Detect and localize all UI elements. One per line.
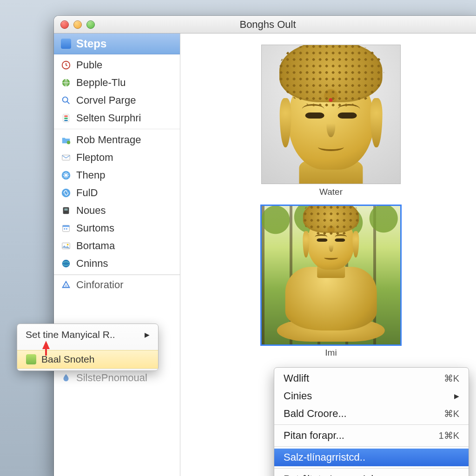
folder-icon xyxy=(60,134,72,145)
menu-wdlift[interactable]: Wdlift ⌘K xyxy=(274,370,469,387)
svg-rect-16 xyxy=(66,228,67,230)
sidebar-item-rob[interactable]: Rob Mentrage xyxy=(54,131,180,149)
sidebar-item-label: Rob Mentrage xyxy=(76,134,141,146)
asterisk-icon xyxy=(60,170,72,181)
chevron-right-icon: ▶ xyxy=(145,331,150,338)
sidebar-item-fleptom[interactable]: Fleptom xyxy=(54,149,180,166)
svg-point-19 xyxy=(62,260,70,268)
sidebar-item-label: Bortama xyxy=(76,240,115,252)
menu-item-label: Cinies xyxy=(284,390,312,402)
clock-icon xyxy=(60,60,72,71)
submenu-baal-snoteh[interactable]: Baal Snoteh xyxy=(17,350,158,369)
svg-rect-4 xyxy=(64,116,67,117)
badge-icon xyxy=(60,112,72,124)
globe-icon xyxy=(60,77,72,88)
svg-point-2 xyxy=(63,97,68,102)
sidebar-item-silste[interactable]: SilstePnomoual xyxy=(54,369,180,387)
sidebar-item-cinforatior[interactable]: A Cinforatior xyxy=(54,275,180,294)
sidebar-item-selten[interactable]: Selten Surphri xyxy=(54,109,180,127)
device-icon xyxy=(60,205,72,216)
menu-shortcut: ⌘K xyxy=(444,408,459,419)
menu-cinies[interactable]: Cinies ▶ xyxy=(274,387,469,405)
menu-item-label: Pitan forapr... xyxy=(284,430,344,442)
triangle-icon: A xyxy=(60,279,72,291)
sidebar-item-label: SilstePnomoual xyxy=(76,372,147,384)
sidebar-item-label: Puble xyxy=(76,59,102,71)
thumbnail-imi[interactable]: Imi xyxy=(261,205,401,358)
drop-icon xyxy=(60,372,72,383)
thumbnail-caption: Imi xyxy=(325,348,337,358)
mail-icon xyxy=(60,152,72,163)
menu-item-label: Bald Croore... xyxy=(284,408,347,420)
submenu-set-tine[interactable]: Set tine Manyical R.. ▶ xyxy=(17,326,158,344)
sidebar-item-bortama[interactable]: Bortama xyxy=(54,237,180,255)
svg-rect-15 xyxy=(64,228,65,230)
menu-bald-croore[interactable]: Bald Croore... ⌘K xyxy=(274,405,469,423)
sidebar-group-2: Rob Mentrage Fleptom Thenp xyxy=(54,129,180,275)
sidebar-group-1: Puble Bepple-Tlu Corvel Parge xyxy=(54,54,180,129)
sidebar-item-label: Bepple-Tlu xyxy=(76,77,126,89)
sidebar-item-noues[interactable]: Noues xyxy=(54,202,180,219)
menu-item-label: Pet ôltete Inarae Ad... xyxy=(284,473,382,476)
menu-salz[interactable]: Salz-tlínagrristcd.. xyxy=(274,449,469,466)
picture-icon xyxy=(60,240,72,251)
svg-rect-14 xyxy=(63,225,70,227)
menu-item-label: Baal Snoteh xyxy=(41,354,94,365)
thumbnail-caption: Water xyxy=(319,187,343,197)
minimize-button[interactable] xyxy=(73,20,82,29)
svg-rect-6 xyxy=(64,120,67,121)
titlebar[interactable]: Bonghs Oult xyxy=(54,16,476,33)
svg-rect-12 xyxy=(64,208,67,211)
sidebar-item-corvel[interactable]: Corvel Parge xyxy=(54,92,180,109)
menu-item-label: Wdlift xyxy=(284,372,309,384)
sidebar-item-label: Corvel Parge xyxy=(76,94,136,106)
steps-icon xyxy=(60,38,72,49)
zoom-button[interactable] xyxy=(86,20,95,29)
menu-pet[interactable]: Pet ôltete Inarae Ad... ▶ xyxy=(274,470,469,476)
svg-point-10 xyxy=(62,189,70,197)
note-icon xyxy=(26,354,37,365)
sidebar-item-cninns[interactable]: Cninns xyxy=(54,255,180,272)
sidebar-item-thenp[interactable]: Thenp xyxy=(54,166,180,184)
menu-separator xyxy=(274,468,469,469)
thumbnail-image xyxy=(261,45,401,184)
sidebar-item-label: Selten Surphri xyxy=(76,112,141,124)
sidebar-item-puble[interactable]: Puble xyxy=(54,56,180,74)
sidebar: Steps Puble Bepple-Tlu xyxy=(54,33,180,476)
context-menu: Wdlift ⌘K Cinies ▶ Bald Croore... ⌘K Pit… xyxy=(274,367,469,476)
sidebar-item-label: Cninns xyxy=(76,258,108,270)
menu-shortcut: ⌘K xyxy=(444,373,459,384)
sidebar-header[interactable]: Steps xyxy=(54,33,180,54)
sidebar-item-surtoms[interactable]: Surtoms xyxy=(54,219,180,237)
window-title: Bonghs Oult xyxy=(54,19,476,31)
sidebar-item-label: FulD xyxy=(76,187,98,199)
thumbnail-image xyxy=(261,205,401,345)
close-button[interactable] xyxy=(60,20,69,29)
menu-item-label: Salz-tlínagrristcd.. xyxy=(284,451,365,463)
sidebar-item-label: Surtoms xyxy=(76,222,114,234)
sidebar-item-bepple[interactable]: Bepple-Tlu xyxy=(54,74,180,92)
svg-rect-5 xyxy=(64,118,67,119)
svg-text:A: A xyxy=(65,284,68,288)
svg-point-18 xyxy=(67,244,69,245)
sidebar-header-label: Steps xyxy=(76,37,106,50)
chevron-right-icon: ▶ xyxy=(454,392,459,400)
sidebar-item-label: Noues xyxy=(76,205,106,217)
menu-item-label: Set tine Manyical R.. xyxy=(26,329,115,340)
sidebar-item-label: Fleptom xyxy=(76,152,113,164)
sidebar-item-label: Thenp xyxy=(76,169,105,181)
menu-separator xyxy=(274,446,469,447)
globe2-icon xyxy=(60,258,72,269)
thumbnail-water[interactable]: Water xyxy=(261,45,401,197)
menu-pitan[interactable]: Pitan forapr... 1⌘K xyxy=(274,427,469,444)
svg-point-7 xyxy=(67,141,70,144)
search-icon xyxy=(60,95,72,106)
sidebar-item-label: Cinforatior xyxy=(76,279,123,291)
calendar-icon xyxy=(60,223,72,234)
link-icon xyxy=(60,187,72,198)
sidebar-item-fuld[interactable]: FulD xyxy=(54,184,180,202)
svg-rect-8 xyxy=(62,155,70,160)
menu-shortcut: 1⌘K xyxy=(439,430,459,441)
sidebar-submenu: Set tine Manyical R.. ▶ Baal Snoteh xyxy=(17,324,159,371)
menu-separator xyxy=(274,424,469,425)
